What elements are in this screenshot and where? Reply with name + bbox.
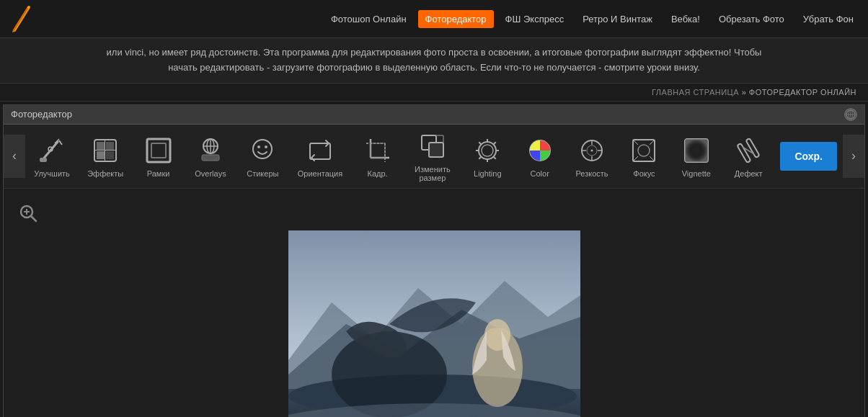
defect-icon — [732, 135, 764, 166]
svg-line-59 — [650, 140, 655, 145]
svg-line-47 — [479, 156, 482, 158]
svg-line-8 — [59, 140, 62, 145]
nav-remove-bg[interactable]: Убрать Фон — [796, 10, 861, 28]
improve-icon — [36, 135, 68, 166]
svg-point-26 — [257, 145, 260, 148]
effects-icon — [89, 135, 121, 166]
crop-label: Кадр. — [367, 169, 387, 178]
tool-crop[interactable]: Кадр. — [356, 132, 399, 181]
stickers-icon — [247, 135, 278, 166]
svg-rect-57 — [638, 145, 650, 156]
tool-resize[interactable]: Изменить размер — [408, 127, 457, 185]
tool-defect[interactable]: Дефект — [727, 132, 770, 181]
tool-effects[interactable]: Эффекты — [83, 132, 128, 181]
zoom-icon[interactable] — [18, 203, 38, 223]
defect-label: Дефект — [735, 169, 763, 178]
color-icon — [524, 135, 556, 166]
canvas-area: DreamWorlds.ru www.vexon... — [4, 189, 864, 417]
tool-orientation[interactable]: Ориентация — [293, 132, 347, 181]
tool-lighting[interactable]: Lighting — [466, 132, 509, 181]
sharpness-label: Резкость — [575, 169, 608, 178]
crop-icon — [362, 135, 394, 166]
nav-retro[interactable]: Ретро И Винтаж — [575, 10, 660, 28]
orientation-icon — [304, 135, 336, 166]
editor-title: Фоторедактор — [11, 109, 72, 120]
tool-stickers[interactable]: Стикеры — [241, 132, 284, 181]
tool-color[interactable]: Color — [518, 132, 562, 181]
frames-label: Рамки — [147, 169, 170, 178]
svg-rect-24 — [202, 155, 219, 161]
svg-rect-19 — [151, 143, 166, 158]
focus-icon — [628, 135, 660, 166]
svg-rect-7 — [40, 158, 47, 162]
svg-line-68 — [31, 216, 36, 221]
tool-frames[interactable]: Рамки — [137, 132, 180, 181]
description-text: или vinci, но имеет ряд достоинств. Эта … — [0, 38, 868, 84]
svg-line-45 — [494, 156, 496, 158]
nav-webcam[interactable]: Вебка! — [664, 10, 707, 28]
resize-label: Изменить размер — [412, 165, 453, 182]
svg-line-58 — [633, 140, 638, 145]
svg-rect-35 — [429, 143, 443, 157]
tools-list: Улучшить Эффекты — [25, 127, 774, 185]
svg-line-44 — [479, 142, 482, 144]
focus-label: Фокус — [633, 169, 655, 178]
logo-icon — [7, 4, 36, 33]
sharpness-icon — [576, 135, 608, 166]
vignette-label: Vignette — [682, 169, 711, 178]
lighting-label: Lighting — [474, 169, 502, 178]
svg-rect-18 — [147, 139, 170, 162]
nav-links: Фотошоп Онлайн Фоторедактор ФШ Экспресс … — [50, 10, 861, 28]
overlays-label: Overlays — [195, 169, 226, 178]
svg-line-46 — [494, 142, 496, 144]
orientation-label: Ориентация — [298, 169, 342, 178]
prev-tool-button[interactable]: ‹ — [4, 135, 25, 178]
svg-rect-12 — [97, 142, 105, 150]
improve-label: Улучшить — [34, 169, 70, 178]
svg-rect-33 — [371, 143, 385, 158]
svg-point-39 — [482, 145, 493, 156]
svg-line-1 — [13, 9, 27, 32]
svg-point-25 — [253, 140, 272, 158]
editor-title-bar: Фоторедактор — [4, 105, 864, 125]
resize-icon — [417, 130, 448, 162]
svg-rect-13 — [106, 142, 114, 150]
globe-icon — [844, 108, 857, 121]
svg-rect-14 — [97, 151, 105, 159]
svg-rect-63 — [685, 139, 708, 162]
breadcrumb-separator: » — [742, 88, 749, 97]
svg-rect-15 — [106, 151, 114, 159]
effects-label: Эффекты — [87, 169, 123, 178]
editor-panel: Фоторедактор ‹ — [3, 104, 865, 417]
breadcrumb-current: ФОТОРЕДАКТОР ОНЛАЙН — [749, 88, 856, 97]
svg-line-60 — [633, 156, 638, 161]
svg-point-27 — [265, 145, 267, 148]
tool-vignette[interactable]: Vignette — [675, 132, 718, 181]
tool-improve[interactable]: Улучшить — [30, 132, 74, 181]
tool-sharpness[interactable]: Резкость — [570, 132, 614, 181]
top-navigation: Фотошоп Онлайн Фоторедактор ФШ Экспресс … — [0, 0, 868, 38]
vignette-icon — [681, 135, 712, 166]
canvas-image: DreamWorlds.ru www.vexon... — [288, 230, 580, 417]
frames-icon — [143, 135, 174, 166]
tool-focus[interactable]: Фокус — [622, 132, 665, 181]
color-label: Color — [531, 169, 549, 178]
nav-express[interactable]: ФШ Экспресс — [498, 10, 572, 28]
nav-fotoredactor[interactable]: Фоторедактор — [418, 10, 494, 28]
next-tool-button[interactable]: › — [843, 135, 864, 178]
image-container: DreamWorlds.ru www.vexon... — [288, 230, 580, 417]
toolbar: ‹ Улучшить — [4, 125, 864, 189]
lighting-icon — [471, 135, 503, 166]
svg-point-50 — [591, 149, 593, 151]
stickers-label: Стикеры — [247, 169, 278, 178]
overlays-icon — [195, 135, 226, 166]
tool-overlays[interactable]: Overlays — [189, 132, 232, 181]
nav-crop[interactable]: Обрезать Фото — [712, 10, 792, 28]
breadcrumb-home[interactable]: ГЛАВНАЯ СТРАНИЦА — [652, 88, 739, 97]
breadcrumb: ГЛАВНАЯ СТРАНИЦА » ФОТОРЕДАКТОР ОНЛАЙН — [0, 84, 868, 102]
svg-line-61 — [650, 156, 655, 161]
nav-fotoshop[interactable]: Фотошоп Онлайн — [324, 10, 414, 28]
save-button[interactable]: Сохр. — [780, 142, 837, 171]
